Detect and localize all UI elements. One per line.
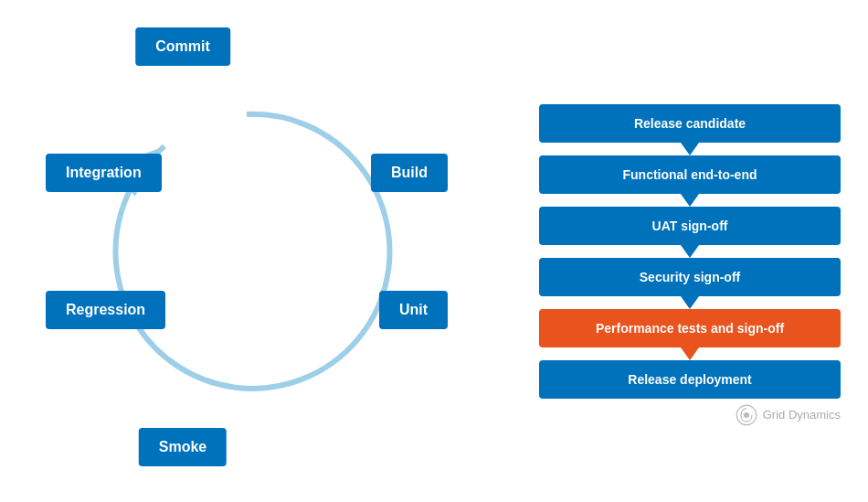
pipeline-panel: Release candidate Functional end-to-end … [539,104,841,399]
pipeline-item-security-signoff: Security sign-off [539,258,841,309]
pipeline-box-functional-e2e: Functional end-to-end [539,155,841,194]
pipeline-item-uat-signoff: UAT sign-off [539,207,841,258]
cycle-box-integration: Integration [46,154,162,192]
cycle-diagram: Commit Build Unit Smoke Regression Integ… [27,18,466,485]
pipeline-box-uat-signoff: UAT sign-off [539,207,841,245]
arrow-icon-4 [681,347,699,360]
pipeline-box-security-signoff: Security sign-off [539,258,841,296]
arrow-icon-1 [681,194,699,207]
cycle-box-unit: Unit [379,291,448,329]
pipeline-box-release-deployment: Release deployment [539,360,841,399]
pipeline-item-performance: Performance tests and sign-off [539,309,841,360]
cycle-circle [91,96,402,407]
brand-icon [736,404,757,426]
pipeline-item-functional-e2e: Functional end-to-end [539,155,841,207]
pipeline-box-release-candidate: Release candidate [539,104,841,143]
cycle-circle-svg [91,96,402,407]
brand-logo: Grid Dynamics [736,404,841,426]
arrow-icon-3 [681,296,699,309]
pipeline-item-release-deployment: Release deployment [539,360,841,399]
arrow-icon-0 [681,143,699,155]
pipeline-item-release-candidate: Release candidate [539,104,841,155]
arrow-icon-2 [681,245,699,258]
pipeline-box-performance: Performance tests and sign-off [539,309,841,347]
cycle-box-build: Build [371,154,448,192]
cycle-box-regression: Regression [46,291,165,329]
cycle-box-smoke: Smoke [139,428,227,466]
cycle-box-commit: Commit [135,27,230,66]
brand-name: Grid Dynamics [763,408,841,422]
svg-point-2 [744,412,749,418]
